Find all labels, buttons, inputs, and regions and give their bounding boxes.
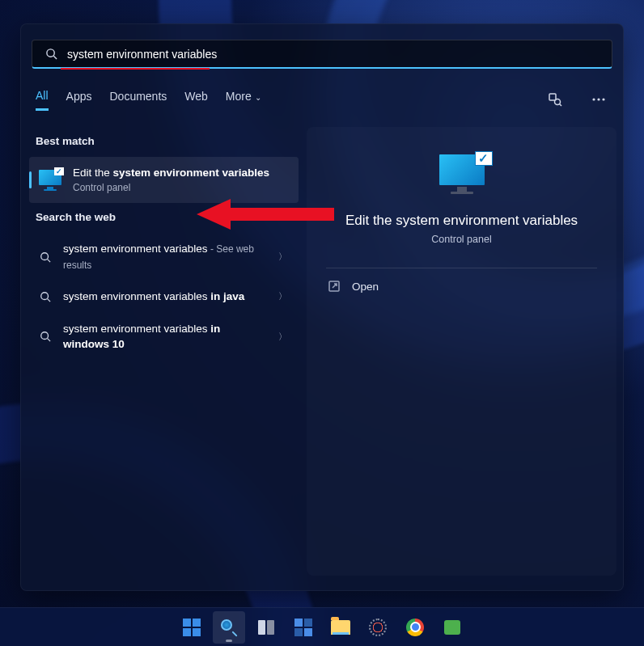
svg-line-9	[48, 259, 51, 262]
widgets-icon	[294, 619, 312, 636]
file-explorer-button[interactable]	[324, 611, 357, 644]
preview-pane: Edit the system environment variables Co…	[307, 127, 616, 576]
svg-line-4	[560, 104, 562, 107]
chevron-down-icon: ⌄	[255, 93, 261, 102]
svg-point-12	[41, 332, 49, 340]
annotation-underline	[61, 68, 210, 70]
chevron-right-icon: 〉	[278, 290, 287, 302]
svg-point-6	[597, 98, 600, 100]
app-button-1[interactable]	[362, 611, 394, 644]
open-action[interactable]: Open	[326, 268, 597, 304]
search-box[interactable]	[32, 40, 612, 69]
web-result-text: system environment variables in windows …	[63, 321, 267, 353]
svg-line-1	[53, 56, 57, 59]
svg-point-10	[41, 293, 49, 300]
svg-point-3	[555, 99, 561, 105]
tab-more[interactable]: More⌄	[226, 90, 261, 109]
widgets-button[interactable]	[287, 611, 320, 644]
preview-title: Edit the system environment variables	[345, 213, 578, 229]
result-subtitle: Control panel	[73, 181, 287, 195]
web-result-text: system environment variables - See web r…	[63, 241, 267, 272]
chrome-button[interactable]	[399, 611, 431, 644]
search-button[interactable]	[213, 611, 245, 644]
svg-point-8	[41, 252, 49, 260]
tab-web[interactable]: Web	[184, 90, 208, 109]
svg-line-11	[48, 298, 51, 302]
task-view-button[interactable]	[250, 611, 282, 644]
tab-documents[interactable]: Documents	[109, 90, 167, 109]
search-panel: All Apps Documents Web More⌄ Best match …	[20, 23, 624, 591]
search-icon	[220, 619, 238, 636]
taskbar	[0, 607, 644, 646]
search-home-icon-button[interactable]	[542, 87, 568, 112]
svg-point-5	[592, 98, 595, 100]
svg-line-13	[48, 339, 51, 342]
search-icon	[40, 251, 51, 263]
chat-icon	[444, 620, 460, 635]
result-title: Edit the system environment variables	[73, 165, 287, 181]
svg-point-7	[602, 98, 604, 100]
search-icon	[45, 48, 57, 60]
filter-tabs: All Apps Documents Web More⌄	[28, 69, 616, 112]
search-web-label: Search the web	[29, 203, 299, 233]
more-options-button[interactable]	[586, 87, 612, 112]
search-icon	[40, 331, 51, 342]
best-match-label: Best match	[29, 127, 299, 157]
web-result-text: system environment variables in java	[63, 289, 267, 305]
web-result-2[interactable]: system environment variables in windows …	[29, 313, 299, 361]
start-button[interactable]	[176, 611, 208, 644]
svg-rect-2	[549, 94, 556, 100]
open-external-icon	[328, 280, 341, 293]
chrome-icon	[406, 619, 424, 636]
search-input[interactable]	[67, 48, 599, 61]
preview-subtitle: Control panel	[431, 234, 491, 245]
control-panel-icon-large	[439, 154, 485, 193]
web-result-0[interactable]: system environment variables - See web r…	[29, 233, 299, 281]
control-panel-icon	[39, 170, 61, 189]
search-icon	[40, 291, 51, 302]
app-icon	[369, 619, 387, 636]
results-column: Best match Edit the system environment v…	[28, 127, 299, 576]
svg-point-0	[47, 49, 54, 57]
chat-button[interactable]	[436, 611, 468, 644]
task-view-icon	[258, 620, 274, 635]
tab-all[interactable]: All	[36, 89, 49, 111]
web-result-1[interactable]: system environment variables in java 〉	[29, 281, 299, 313]
chevron-right-icon: 〉	[278, 331, 287, 343]
open-label: Open	[352, 281, 379, 293]
best-match-result[interactable]: Edit the system environment variables Co…	[29, 157, 299, 203]
chevron-right-icon: 〉	[278, 251, 287, 263]
folder-icon	[331, 620, 350, 635]
tab-apps[interactable]: Apps	[66, 90, 92, 109]
windows-logo-icon	[183, 619, 201, 636]
